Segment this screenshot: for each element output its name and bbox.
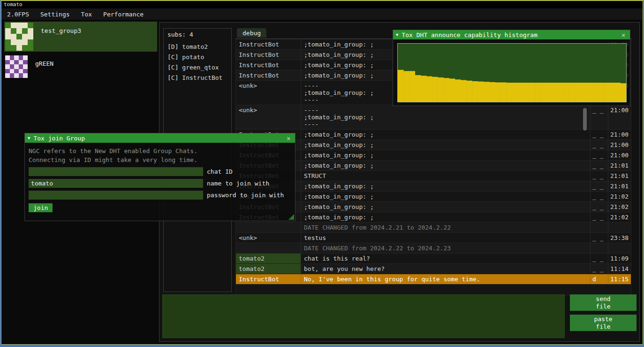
message-time: 21:00 <box>608 105 631 129</box>
join-info-line: NGC refers to the New DHT enabled Group … <box>29 147 291 155</box>
message-flags: _ _ <box>591 212 608 222</box>
join-field-input-2[interactable] <box>29 191 203 200</box>
send-file-button[interactable]: send file <box>570 294 636 311</box>
date-row[interactable]: DATE CHANGED from 2024.2.21 to 2024.2.22 <box>236 223 631 233</box>
menu-item-tox[interactable]: Tox <box>76 11 98 18</box>
message-text: ---- ;tomato_in_group: ; ---- <box>301 105 591 129</box>
group-sidebar: test_group3gREEN <box>4 22 157 82</box>
date-row[interactable]: DATE CHANGED from 2024.2.22 to 2024.2.23 <box>236 243 631 254</box>
message-sender: tomato2 <box>236 264 301 274</box>
message-row[interactable]: <unk>testus_ _23:38 <box>236 233 631 243</box>
message-row[interactable]: <unk>---- ;tomato_in_group: ; ----_ _21:… <box>236 105 631 130</box>
message-sender: <unk> <box>236 105 301 129</box>
message-time <box>608 243 631 253</box>
group-name: test_group3 <box>41 27 81 34</box>
message-text: chat is this real? <box>301 254 591 263</box>
tab-debug[interactable]: debug <box>237 28 266 38</box>
collapse-icon[interactable]: ▼ <box>396 32 398 37</box>
join-field-input-1[interactable] <box>29 179 203 188</box>
message-time: 11:15 <box>608 274 631 284</box>
message-flags <box>591 223 608 232</box>
message-text: ;tomato_in_group: ; <box>301 140 591 150</box>
join-field-input-0[interactable] <box>29 167 203 176</box>
date-text: DATE CHANGED from 2024.2.21 to 2024.2.22 <box>301 223 591 232</box>
paste-file-button[interactable]: paste file <box>570 315 636 331</box>
join-field-row: chat ID <box>29 167 291 176</box>
message-flags: _ _ <box>591 233 608 243</box>
message-row[interactable]: tomato2chat is this real?_ _11:09 <box>236 254 631 264</box>
message-flags: _ _ <box>591 130 608 139</box>
message-sender: InstructBot <box>236 60 301 70</box>
join-group-window: ▼ Tox join Group ✕ NGC refers to the New… <box>24 133 295 221</box>
message-sender <box>236 223 301 232</box>
close-icon[interactable]: ✕ <box>620 31 627 39</box>
message-time: 21:01 <box>608 181 631 191</box>
join-window-titlebar[interactable]: ▼ Tox join Group ✕ <box>25 133 295 143</box>
resize-grip[interactable] <box>288 214 294 220</box>
message-text: STRUCT <box>301 171 591 181</box>
join-info-line: Connecting via ID might take a very long… <box>29 155 291 164</box>
message-sender: InstructBot <box>236 39 301 49</box>
menu-items: SettingsToxPerformance <box>35 11 149 18</box>
message-sender: tomato2 <box>236 254 301 263</box>
menu-item-performance[interactable]: Performance <box>98 11 149 18</box>
message-time: 21:02 <box>608 212 631 222</box>
message-sender: <unk> <box>236 233 301 243</box>
message-input[interactable] <box>162 294 565 338</box>
menu-item-settings[interactable]: Settings <box>35 11 76 18</box>
message-time: 21:00 <box>608 130 631 139</box>
collapse-icon[interactable]: ▼ <box>28 136 30 140</box>
message-time: 21:01 <box>608 171 631 181</box>
scrollbar[interactable] <box>583 108 587 131</box>
message-sender: <unk> <box>236 81 301 105</box>
message-flags: _ _ <box>591 192 608 201</box>
message-time: 21:02 <box>608 202 631 212</box>
subs-header: subs: 4 <box>164 29 231 42</box>
histogram-window-titlebar[interactable]: ▼ Tox DHT announce capability histogram … <box>393 30 630 39</box>
sidebar-group-gREEN[interactable]: gREEN <box>4 54 157 79</box>
sub-item-potato[interactable]: [C] potato <box>164 52 231 62</box>
message-text: ;tomato_in_group: ; <box>301 192 591 201</box>
message-flags: _ _ <box>591 150 608 160</box>
message-flags: _ _ <box>591 140 608 150</box>
dht-capability-histogram-plot[interactable] <box>397 43 627 102</box>
window-title: tomato <box>4 1 23 8</box>
subs-list: [D] tomato2[C] potato[C] green_qtox[C] I… <box>164 42 231 83</box>
message-flags <box>591 243 608 253</box>
sub-item-green_qtox[interactable]: [C] green_qtox <box>164 62 231 73</box>
join-field-label: name to join with <box>207 180 269 187</box>
message-flags: _ _ <box>591 171 608 181</box>
join-fields: chat IDname to join withpassword to join… <box>29 167 291 200</box>
join-field-row: password to join with <box>29 191 291 200</box>
group-avatar-image <box>5 55 28 78</box>
message-text: ;tomato_in_group: ; <box>301 130 591 139</box>
os-titlebar[interactable]: tomato <box>1 1 643 8</box>
join-button[interactable]: join <box>29 203 53 212</box>
message-text: ;tomato_in_group: ; <box>301 212 591 222</box>
close-icon[interactable]: ✕ <box>285 135 292 142</box>
message-flags: _ _ <box>591 202 608 212</box>
message-flags: _ _ <box>591 161 608 170</box>
message-row[interactable]: InstructBotNo, I've been in this group f… <box>236 274 631 285</box>
message-time: 21:02 <box>608 192 631 201</box>
message-sender: InstructBot <box>236 274 301 284</box>
message-flags: _ _ <box>591 264 608 274</box>
message-text: No, I've been in this group for quite so… <box>301 274 591 284</box>
message-sender: InstructBot <box>236 50 301 60</box>
sub-item-InstructBot[interactable]: [C] InstructBot <box>164 73 231 83</box>
histogram-window: ▼ Tox DHT announce capability histogram … <box>393 30 630 106</box>
message-text: bot, are you new here? <box>301 264 591 274</box>
sidebar-group-test_group3[interactable]: test_group3 <box>4 22 157 52</box>
message-time: 21:00 <box>608 150 631 160</box>
join-window-body: NGC refers to the New DHT enabled Group … <box>25 143 295 221</box>
message-sender: InstructBot <box>236 70 301 80</box>
message-text: ;tomato_in_group: ; <box>301 150 591 160</box>
message-row[interactable]: tomato2bot, are you new here?_ _11:14 <box>236 264 631 274</box>
sub-item-tomato2[interactable]: [D] tomato2 <box>164 42 231 52</box>
message-flags: _ _ <box>591 254 608 263</box>
message-flags: _ _ <box>591 105 608 129</box>
message-flags: _ _ <box>591 181 608 191</box>
message-time <box>608 223 631 232</box>
message-time: 21:00 <box>608 140 631 150</box>
message-text: ;tomato_in_group: ; <box>301 181 591 191</box>
